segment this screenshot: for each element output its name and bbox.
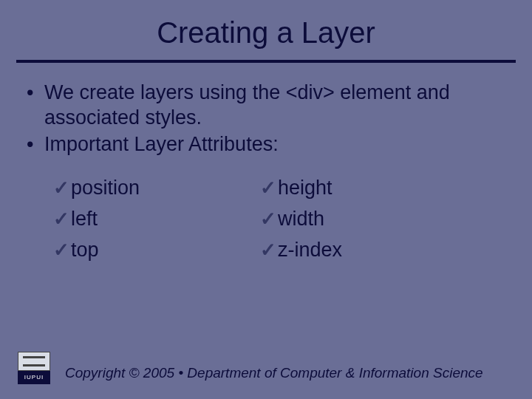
footer: IUPUI Copyright © 2005 • Department of C… bbox=[0, 352, 532, 384]
check-item: ✓width bbox=[260, 204, 467, 235]
check-columns: ✓position ✓left ✓top ✓height ✓width ✓z-i… bbox=[53, 173, 510, 266]
check-icon: ✓ bbox=[53, 173, 69, 202]
logo-text: IUPUI bbox=[18, 371, 50, 384]
check-label: z-index bbox=[278, 239, 342, 261]
check-col-right: ✓height ✓width ✓z-index bbox=[260, 173, 467, 266]
check-col-left: ✓position ✓left ✓top bbox=[53, 173, 260, 266]
check-label: left bbox=[71, 208, 98, 230]
bullet-item: Important Layer Attributes: bbox=[22, 132, 510, 157]
check-item: ✓z-index bbox=[260, 235, 467, 266]
check-item: ✓top bbox=[53, 235, 260, 266]
check-label: top bbox=[71, 239, 99, 261]
check-label: height bbox=[278, 177, 332, 199]
check-item: ✓left bbox=[53, 204, 260, 235]
bullet-item: We create layers using the <div> element… bbox=[22, 81, 510, 131]
check-label: width bbox=[278, 208, 324, 230]
logo-building-icon bbox=[18, 352, 50, 371]
check-icon: ✓ bbox=[53, 235, 69, 265]
iupui-logo: IUPUI bbox=[18, 352, 50, 384]
check-icon: ✓ bbox=[260, 204, 276, 233]
check-icon: ✓ bbox=[260, 173, 276, 202]
copyright-line: Copyright © 2005 • Department of Compute… bbox=[65, 365, 483, 384]
check-item: ✓position bbox=[53, 173, 260, 204]
check-label: position bbox=[71, 177, 140, 199]
check-icon: ✓ bbox=[53, 204, 69, 233]
content-area: We create layers using the <div> element… bbox=[0, 63, 532, 266]
check-item: ✓height bbox=[260, 173, 467, 204]
slide-title: Creating a Layer bbox=[0, 16, 532, 50]
title-area: Creating a Layer bbox=[0, 0, 532, 50]
bullet-list: We create layers using the <div> element… bbox=[22, 81, 510, 157]
check-icon: ✓ bbox=[260, 235, 276, 265]
